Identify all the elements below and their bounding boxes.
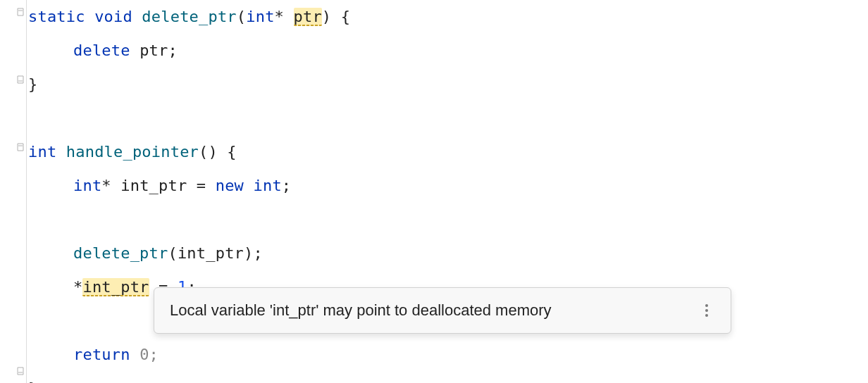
punct: * bbox=[101, 177, 111, 194]
code-line: delete ptr; bbox=[28, 34, 868, 68]
code-line: int* int_ptr = new int; bbox=[28, 169, 868, 203]
gutter bbox=[0, 0, 27, 383]
identifier: ptr bbox=[140, 42, 168, 59]
function-call: delete_ptr bbox=[73, 244, 168, 262]
punct: () { bbox=[199, 143, 237, 161]
punct: * bbox=[275, 8, 284, 25]
fold-open-icon[interactable] bbox=[16, 7, 25, 17]
punct: ; bbox=[168, 42, 177, 59]
space bbox=[284, 8, 293, 25]
function-name: handle_pointer bbox=[66, 143, 199, 161]
identifier-warning: int_ptr bbox=[82, 278, 149, 296]
punct: ( bbox=[237, 8, 246, 25]
code-line: int handle_pointer() { bbox=[28, 135, 868, 169]
tooltip-message: Local variable 'int_ptr' may point to de… bbox=[170, 301, 698, 320]
space bbox=[244, 177, 253, 194]
code-line: } bbox=[28, 68, 868, 101]
keyword: new bbox=[216, 177, 244, 194]
code-line-blank bbox=[28, 203, 868, 237]
keyword: void bbox=[94, 8, 132, 25]
brace: } bbox=[28, 75, 37, 93]
space bbox=[111, 177, 120, 194]
space bbox=[130, 346, 140, 363]
code-line: delete_ptr(int_ptr); bbox=[28, 237, 868, 270]
keyword: static bbox=[28, 8, 85, 25]
punct: = bbox=[187, 177, 215, 194]
keyword: delete bbox=[73, 42, 130, 59]
space bbox=[56, 143, 66, 161]
fold-open-icon[interactable] bbox=[16, 142, 25, 152]
space bbox=[130, 42, 140, 59]
code-line: static void delete_ptr(int* ptr) { bbox=[28, 0, 868, 34]
type: int bbox=[246, 8, 274, 25]
obscured-text: 0; bbox=[140, 346, 159, 363]
keyword: return bbox=[73, 346, 130, 363]
punct: ; bbox=[282, 177, 291, 194]
type: int bbox=[28, 143, 56, 161]
function-name: delete_ptr bbox=[142, 8, 236, 25]
fold-close-icon[interactable] bbox=[16, 366, 25, 376]
code-line: return 0; bbox=[28, 338, 868, 372]
code-line-blank bbox=[28, 101, 868, 135]
param-highlight: ptr bbox=[294, 8, 322, 26]
punct: ); bbox=[244, 244, 263, 262]
fold-close-icon[interactable] bbox=[16, 75, 25, 84]
code-line: } bbox=[28, 372, 868, 383]
punct: ) { bbox=[322, 8, 350, 25]
more-vertical-icon[interactable] bbox=[698, 304, 715, 317]
type: int bbox=[73, 177, 101, 194]
inspection-tooltip: Local variable 'int_ptr' may point to de… bbox=[154, 287, 731, 334]
punct: ( bbox=[168, 244, 177, 262]
identifier: int_ptr bbox=[178, 244, 244, 262]
identifier: int_ptr bbox=[120, 177, 187, 194]
type: int bbox=[254, 177, 282, 194]
punct: * bbox=[73, 278, 82, 296]
brace: } bbox=[28, 379, 37, 383]
